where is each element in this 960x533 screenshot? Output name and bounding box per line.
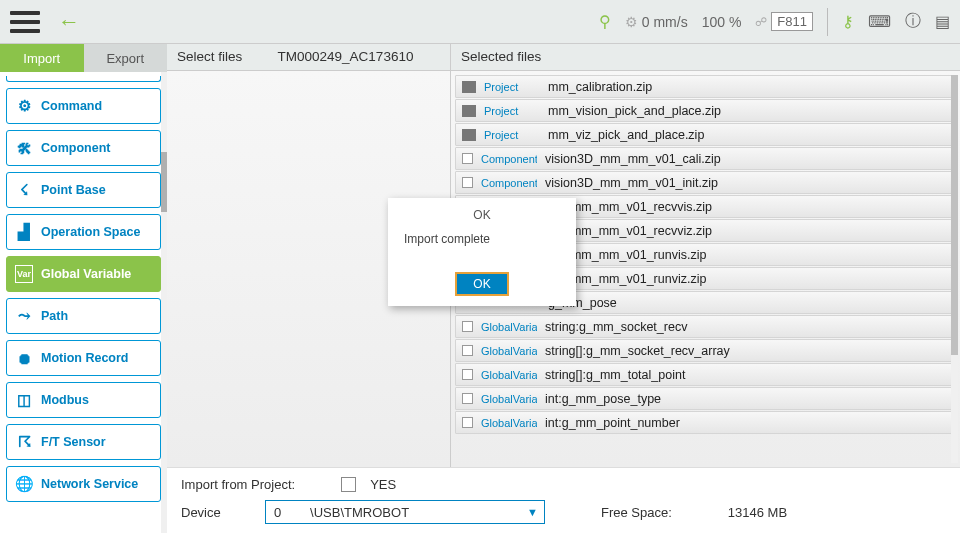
footer: Import from Project: YES Device 0 \USB\T… bbox=[167, 467, 960, 533]
file-type: GlobalVariable bbox=[481, 369, 537, 381]
device-value: 0 \USB\TMROBOT bbox=[274, 505, 409, 520]
file-row[interactable]: GlobalVariablestring[]:g_mm_socket_recv_… bbox=[455, 339, 954, 362]
dialog-message: Import complete bbox=[388, 230, 576, 248]
path-icon: ⤳ bbox=[15, 307, 33, 325]
sidebar-item-label: Global Variable bbox=[41, 267, 131, 281]
sidebar-item-label: Operation Space bbox=[41, 225, 140, 239]
sidebar: Import Export ⚙Command 🛠Component ☇Point… bbox=[0, 44, 167, 533]
tab-export[interactable]: Export bbox=[84, 44, 168, 72]
override-percent: 100 % bbox=[702, 14, 742, 30]
folder-icon bbox=[462, 81, 476, 93]
folder-icon bbox=[462, 105, 476, 117]
yes-label: YES bbox=[370, 477, 396, 492]
device-select[interactable]: 0 \USB\TMROBOT ▼ bbox=[265, 500, 545, 524]
source-folder-name: TM000249_AC173610 bbox=[278, 49, 414, 64]
keyboard-icon[interactable]: ⌨ bbox=[868, 12, 891, 31]
file-type: Component bbox=[481, 153, 537, 165]
file-row[interactable]: Projectmm_calibration.zip bbox=[455, 75, 954, 98]
speed-status: ⚙ 0 mm/s bbox=[625, 14, 688, 30]
sidebar-item-label: Component bbox=[41, 141, 110, 155]
modbus-icon: ◫ bbox=[15, 391, 33, 409]
file-name: vision3D_mm_mm_v01_cali.zip bbox=[545, 152, 721, 166]
file-name: mm_calibration.zip bbox=[548, 80, 652, 94]
file-type: Component bbox=[481, 177, 537, 189]
sidebar-item-point-base[interactable]: ☇Point Base bbox=[6, 172, 161, 208]
file-type: Project bbox=[484, 81, 540, 93]
sidebar-item-global-variable[interactable]: VarGlobal Variable bbox=[6, 256, 161, 292]
sidebar-item-network-service[interactable]: 🌐Network Service bbox=[6, 466, 161, 502]
file-row[interactable]: GlobalVariableint:g_mm_point_number bbox=[455, 411, 954, 434]
sidebar-item-label: Point Base bbox=[41, 183, 106, 197]
file-row[interactable]: GlobalVariableint:g_mm_pose_type bbox=[455, 387, 954, 410]
sidebar-item-label: Motion Record bbox=[41, 351, 129, 365]
robot-status-icon: ⚲ bbox=[599, 12, 611, 31]
file-type: GlobalVariable bbox=[481, 417, 537, 429]
connection-icon[interactable]: ⚷ bbox=[842, 12, 854, 31]
import-from-project-checkbox[interactable] bbox=[341, 477, 356, 492]
file-row[interactable]: Projectmm_vision_pick_and_place.zip bbox=[455, 99, 954, 122]
files-scroll-thumb[interactable] bbox=[951, 75, 958, 355]
menu-icon[interactable] bbox=[10, 11, 40, 33]
sidebar-scroll-track bbox=[161, 72, 167, 533]
file-name: vision3D_mm_mm_v01_init.zip bbox=[545, 176, 718, 190]
file-name: string[]:g_mm_socket_recv_array bbox=[545, 344, 730, 358]
header-selected-files: Selected files bbox=[451, 44, 960, 70]
checkbox-icon bbox=[462, 393, 473, 404]
sidebar-list: ⚙Command 🛠Component ☇Point Base ▟Operati… bbox=[0, 72, 167, 533]
ok-button[interactable]: OK bbox=[455, 272, 508, 296]
wrench-icon: 🛠 bbox=[15, 139, 33, 157]
sidebar-item-component[interactable]: 🛠Component bbox=[6, 130, 161, 166]
column-headers: Select files TM000249_AC173610 Selected … bbox=[167, 44, 960, 70]
sidebar-item-path[interactable]: ⤳Path bbox=[6, 298, 161, 334]
back-arrow-icon[interactable]: ← bbox=[58, 9, 80, 35]
file-row[interactable]: GlobalVariablestring[]:g_mm_total_point bbox=[455, 363, 954, 386]
sidebar-item-motion-record[interactable]: ⏺Motion Record bbox=[6, 340, 161, 376]
file-name: mm_vision_pick_and_place.zip bbox=[548, 104, 721, 118]
sidebar-item-label: Path bbox=[41, 309, 68, 323]
file-type: Project bbox=[484, 105, 540, 117]
free-space-value: 13146 MB bbox=[728, 505, 787, 520]
file-row[interactable]: Componentvision3D_mm_mm_v01_cali.zip bbox=[455, 147, 954, 170]
globe-icon: 🌐 bbox=[15, 475, 33, 493]
file-name: string:g_mm_socket_recv bbox=[545, 320, 687, 334]
sidebar-item-partial[interactable] bbox=[6, 76, 161, 82]
sidebar-item-ft-sensor[interactable]: ☈F/T Sensor bbox=[6, 424, 161, 460]
speed-icon: ⚙ bbox=[625, 14, 638, 30]
chevron-down-icon: ▼ bbox=[527, 506, 538, 518]
var-icon: Var bbox=[15, 265, 33, 283]
checkbox-icon bbox=[462, 177, 473, 188]
file-row[interactable]: Componentvision3D_mm_mm_v01_init.zip bbox=[455, 171, 954, 194]
file-name: int:g_mm_pose_type bbox=[545, 392, 661, 406]
gear-icon: ⚙ bbox=[15, 97, 33, 115]
checkbox-icon bbox=[462, 345, 473, 356]
sidebar-item-command[interactable]: ⚙Command bbox=[6, 88, 161, 124]
file-type: Project bbox=[484, 129, 540, 141]
checkbox-icon bbox=[462, 321, 473, 332]
import-complete-dialog: OK Import complete OK bbox=[388, 198, 576, 306]
info-icon[interactable]: ⓘ bbox=[905, 11, 921, 32]
tab-import[interactable]: Import bbox=[0, 44, 84, 72]
sensor-icon: ☈ bbox=[15, 433, 33, 451]
sidebar-tabs: Import Export bbox=[0, 44, 167, 72]
fcode-status: ☍ F811 bbox=[755, 12, 813, 31]
log-icon[interactable]: ▤ bbox=[935, 12, 950, 31]
file-type: GlobalVariable bbox=[481, 393, 537, 405]
file-name: mm_viz_pick_and_place.zip bbox=[548, 128, 704, 142]
sidebar-item-label: Modbus bbox=[41, 393, 89, 407]
sidebar-item-modbus[interactable]: ◫Modbus bbox=[6, 382, 161, 418]
file-row[interactable]: Projectmm_viz_pick_and_place.zip bbox=[455, 123, 954, 146]
divider bbox=[827, 8, 828, 36]
folder-icon bbox=[462, 129, 476, 141]
device-label: Device bbox=[181, 505, 251, 520]
file-name: int:g_mm_point_number bbox=[545, 416, 680, 430]
checkbox-icon bbox=[462, 417, 473, 428]
checkbox-icon bbox=[462, 369, 473, 380]
file-row[interactable]: GlobalVariablestring:g_mm_socket_recv bbox=[455, 315, 954, 338]
file-type: GlobalVariable bbox=[481, 321, 537, 333]
sidebar-scroll-thumb[interactable] bbox=[161, 152, 167, 212]
dialog-title: OK bbox=[388, 198, 576, 230]
free-space-label: Free Space: bbox=[601, 505, 672, 520]
sidebar-item-operation-space[interactable]: ▟Operation Space bbox=[6, 214, 161, 250]
header-select-files: Select files TM000249_AC173610 bbox=[167, 44, 451, 70]
sidebar-item-label: Network Service bbox=[41, 477, 138, 491]
